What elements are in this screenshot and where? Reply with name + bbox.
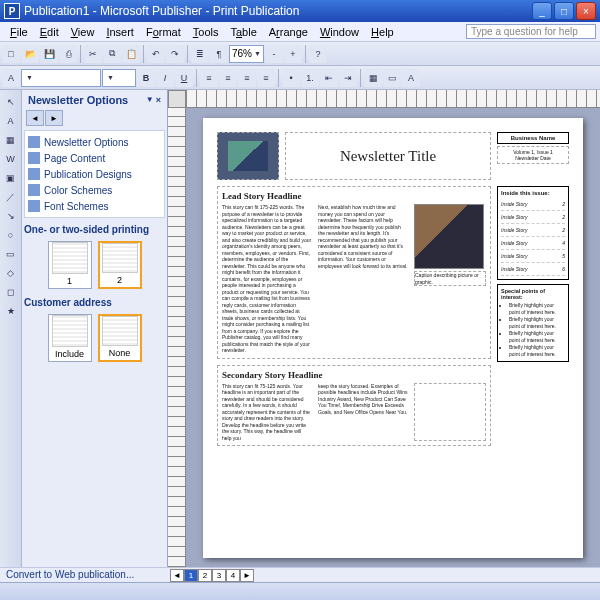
special-points-box[interactable]: Special points of interest: Briefly high… (497, 284, 569, 362)
tp-back-button[interactable]: ◄ (26, 110, 44, 126)
menu-file[interactable]: File (4, 24, 34, 40)
page-nav-next[interactable]: ► (240, 569, 254, 582)
menu-help[interactable]: Help (365, 24, 400, 40)
maximize-button[interactable]: □ (554, 2, 574, 20)
oval-tool[interactable]: ○ (3, 227, 19, 243)
page-nav-prev[interactable]: ◄ (170, 569, 184, 582)
secondary-story-box[interactable]: Secondary Story Headline This story can … (217, 365, 491, 447)
cut-button[interactable]: ✂ (84, 45, 102, 63)
thumb-none[interactable]: None (98, 314, 142, 362)
font-color-button[interactable]: A (402, 69, 420, 87)
link-font-schemes[interactable]: Font Schemes (28, 198, 161, 214)
fill-color-button[interactable]: ▦ (364, 69, 382, 87)
redo-button[interactable]: ↷ (166, 45, 184, 63)
sec-col2: keep the story focused. Examples of poss… (318, 383, 408, 442)
page-nav-4[interactable]: 4 (226, 569, 240, 582)
minimize-button[interactable]: _ (532, 2, 552, 20)
menu-format[interactable]: Format (140, 24, 187, 40)
increase-indent-button[interactable]: ⇥ (339, 69, 357, 87)
task-pane-dropdown[interactable]: ▼ (146, 95, 154, 105)
undo-button[interactable]: ↶ (147, 45, 165, 63)
horizontal-ruler[interactable] (186, 90, 600, 108)
page-icon (28, 152, 40, 164)
italic-button[interactable]: I (156, 69, 174, 87)
zoom-in-button[interactable]: + (284, 45, 302, 63)
vertical-ruler[interactable] (168, 108, 186, 567)
font-combo[interactable]: ▼ (21, 69, 101, 87)
print-button[interactable]: ⎙ (59, 45, 77, 63)
task-pane-close[interactable]: × (156, 95, 161, 105)
copy-button[interactable]: ⧉ (103, 45, 121, 63)
image-caption[interactable]: Caption describing picture or graphic. (414, 271, 486, 286)
page-nav-1[interactable]: 1 (184, 569, 198, 582)
new-button[interactable]: □ (2, 45, 20, 63)
inside-row: Inside Story6 (501, 263, 565, 276)
select-tool[interactable]: ↖ (3, 94, 19, 110)
inside-issue-box[interactable]: Inside this issue: Inside Story2 Inside … (497, 186, 569, 280)
link-newsletter-options[interactable]: Newsletter Options (28, 134, 161, 150)
help-button[interactable]: ? (309, 45, 327, 63)
lead-story-box[interactable]: Lead Story Headline This story can fit 1… (217, 186, 491, 359)
line-color-button[interactable]: ▭ (383, 69, 401, 87)
arrow-tool[interactable]: ↘ (3, 208, 19, 224)
zoom-out-button[interactable]: - (265, 45, 283, 63)
menu-window[interactable]: Window (314, 24, 365, 40)
table-tool[interactable]: ▦ (3, 132, 19, 148)
textbox-tool[interactable]: A (3, 113, 19, 129)
decrease-indent-button[interactable]: ⇤ (320, 69, 338, 87)
align-right-button[interactable]: ≡ (238, 69, 256, 87)
thumb-one-sided[interactable]: 1 (48, 241, 92, 289)
bullets-button[interactable]: • (282, 69, 300, 87)
zoom-combo[interactable]: 76%▼ (229, 45, 264, 63)
link-page-content[interactable]: Page Content (28, 150, 161, 166)
align-center-button[interactable]: ≡ (219, 69, 237, 87)
menu-insert[interactable]: Insert (100, 24, 140, 40)
link-publication-designs[interactable]: Publication Designs (28, 166, 161, 182)
thumb-two-sided[interactable]: 2 (98, 241, 142, 289)
logo-placeholder[interactable] (217, 132, 279, 180)
wordart-tool[interactable]: W (3, 151, 19, 167)
canvas-area[interactable]: Newsletter Title Business Name Volume 1,… (168, 90, 600, 567)
menu-arrange[interactable]: Arrange (263, 24, 314, 40)
design-gallery-tool[interactable]: ★ (3, 303, 19, 319)
numbering-button[interactable]: 1. (301, 69, 319, 87)
bookmark-tool[interactable]: ◻ (3, 284, 19, 300)
rectangle-tool[interactable]: ▭ (3, 246, 19, 262)
menu-view[interactable]: View (65, 24, 101, 40)
help-search-input[interactable]: Type a question for help (466, 24, 596, 39)
page-nav-3[interactable]: 3 (212, 569, 226, 582)
menu-tools[interactable]: Tools (187, 24, 225, 40)
underline-button[interactable]: U (175, 69, 193, 87)
business-name-box[interactable]: Business Name (497, 132, 569, 144)
link-color-schemes[interactable]: Color Schemes (28, 182, 161, 198)
paste-button[interactable]: 📋 (122, 45, 140, 63)
special-chars-button[interactable]: ¶ (210, 45, 228, 63)
open-button[interactable]: 📂 (21, 45, 39, 63)
page-navigator: ◄ 1 2 3 4 ► (170, 569, 254, 582)
size-combo[interactable]: ▼ (102, 69, 136, 87)
convert-link[interactable]: Convert to Web publication... (6, 569, 134, 580)
lead-image[interactable] (414, 204, 484, 269)
save-button[interactable]: 💾 (40, 45, 58, 63)
menu-table[interactable]: Table (224, 24, 262, 40)
close-button[interactable]: × (576, 2, 596, 20)
tp-fwd-button[interactable]: ► (45, 110, 63, 126)
styles-button[interactable]: A (2, 69, 20, 87)
autoshape-tool[interactable]: ◇ (3, 265, 19, 281)
menu-edit[interactable]: Edit (34, 24, 65, 40)
volume-issue-box[interactable]: Volume 1, Issue 1 Newsletter Date (497, 146, 569, 164)
objects-toolbar: ↖ A ▦ W ▣ ／ ↘ ○ ▭ ◇ ◻ ★ (0, 90, 22, 567)
page-nav-2[interactable]: 2 (198, 569, 212, 582)
task-pane-title: Newsletter Options (28, 94, 128, 106)
bold-button[interactable]: B (137, 69, 155, 87)
sec-col1: This story can fit 75-125 words. Your he… (222, 383, 312, 442)
publication-page[interactable]: Newsletter Title Business Name Volume 1,… (203, 118, 583, 558)
line-tool[interactable]: ／ (3, 189, 19, 205)
newsletter-title-box[interactable]: Newsletter Title (285, 132, 491, 180)
secondary-headline: Secondary Story Headline (222, 370, 486, 380)
justify-button[interactable]: ≡ (257, 69, 275, 87)
thumb-include[interactable]: Include (48, 314, 92, 362)
picture-tool[interactable]: ▣ (3, 170, 19, 186)
columns-button[interactable]: ≣ (191, 45, 209, 63)
align-left-button[interactable]: ≡ (200, 69, 218, 87)
